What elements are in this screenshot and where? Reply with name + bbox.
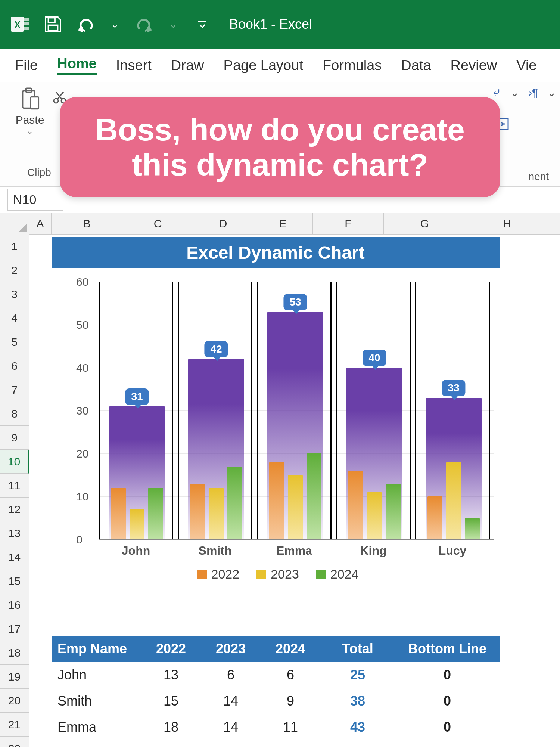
row-header[interactable]: 7 [0, 378, 29, 402]
year-bar [367, 492, 382, 540]
row-header[interactable]: 17 [0, 617, 29, 641]
tab-data[interactable]: Data [401, 58, 431, 74]
year-bars [348, 471, 401, 539]
redo-dropdown-icon: ⌄ [166, 17, 181, 32]
tab-formulas[interactable]: Formulas [323, 58, 382, 74]
col-header[interactable]: D [193, 213, 253, 235]
legend-swatch-2022 [197, 570, 207, 579]
row-header[interactable]: 5 [0, 330, 29, 354]
table-header: 2024 [261, 636, 320, 662]
alignment-group-label: nent [529, 171, 549, 183]
row-header[interactable]: 14 [0, 545, 29, 569]
app-title: Book1 - Excel [229, 16, 312, 32]
table-row[interactable]: Smith15149380 [52, 688, 500, 714]
row-header[interactable]: 20 [0, 689, 29, 713]
rtl-icon[interactable]: ›¶ [528, 86, 538, 99]
tab-insert[interactable]: Insert [116, 58, 152, 74]
chart-banner: Excel Dynamic Chart [52, 237, 500, 268]
row-header[interactable]: 11 [0, 474, 29, 498]
cell-bottom-line: 0 [395, 662, 500, 688]
x-axis-label: King [336, 544, 411, 558]
undo-icon[interactable] [75, 13, 97, 35]
name-box[interactable]: N10 [7, 189, 63, 211]
cell-emp-name: John [52, 662, 141, 688]
cell-2022: 13 [141, 662, 201, 688]
chevron-down-icon[interactable]: ⌄ [547, 86, 556, 99]
tab-home[interactable]: Home [57, 56, 97, 75]
table-header: 2023 [201, 636, 261, 662]
row-header[interactable]: 22 [0, 737, 29, 747]
data-callout: 40 [363, 350, 386, 366]
cell-2023: 14 [201, 688, 261, 714]
cell-emp-name: Smith [52, 688, 141, 714]
category-group: 33 [415, 282, 490, 539]
x-axis-label: Smith [178, 544, 252, 558]
tab-view-truncated[interactable]: Vie [516, 58, 536, 74]
table-row[interactable]: Emma181411430 [52, 714, 500, 740]
legend-swatch-2024 [316, 570, 326, 579]
col-header[interactable]: F [313, 213, 384, 235]
row-header[interactable]: 15 [0, 569, 29, 593]
chart-legend: 2022 2023 2024 [57, 567, 498, 582]
col-header[interactable]: C [122, 213, 193, 235]
row-header[interactable]: 12 [0, 498, 29, 521]
row-header[interactable]: 19 [0, 665, 29, 689]
legend-item: 2023 [256, 567, 299, 582]
col-header[interactable]: A [29, 213, 52, 235]
table-row[interactable]: John1366250 [52, 662, 500, 688]
row-header[interactable]: 10 [0, 450, 29, 474]
row-header[interactable]: 18 [0, 641, 29, 665]
col-header[interactable]: G [384, 213, 466, 235]
data-table: Emp Name 2022 2023 2024 Total Bottom Lin… [52, 636, 500, 740]
select-all-button[interactable] [0, 213, 29, 235]
undo-dropdown-icon[interactable]: ⌄ [108, 17, 122, 32]
cell-2024: 11 [261, 714, 320, 740]
qat-customize-icon[interactable] [195, 17, 210, 32]
column-headers: A B C D E F G H [0, 213, 560, 235]
x-axis-label: Emma [257, 544, 332, 558]
cell-2023: 14 [201, 714, 261, 740]
svg-text:X: X [14, 19, 21, 30]
row-header[interactable]: 16 [0, 593, 29, 617]
tab-page-layout[interactable]: Page Layout [224, 58, 303, 74]
save-icon[interactable] [42, 13, 64, 35]
caption-overlay: Boss, how do you create this dynamic cha… [60, 97, 500, 197]
chart-plot: 3142534033 [99, 282, 494, 540]
chevron-down-icon[interactable]: ⌄ [27, 126, 33, 136]
paste-button[interactable]: Paste ⌄ [11, 87, 49, 136]
chart-area: 0102030405060 3142534033 JohnSmithEmmaKi… [57, 276, 498, 556]
tab-draw[interactable]: Draw [171, 58, 204, 74]
legend-label: 2024 [330, 567, 359, 582]
col-header[interactable]: B [52, 213, 122, 235]
worksheet-grid: 12345678910111213141516171819202122 Exce… [0, 235, 560, 747]
year-bar [269, 462, 284, 539]
cell-total: 25 [320, 662, 395, 688]
row-header[interactable]: 8 [0, 402, 29, 426]
row-header[interactable]: 9 [0, 426, 29, 450]
wrap-text-icon[interactable]: ⤶ [492, 86, 501, 99]
row-header[interactable]: 1 [0, 235, 29, 258]
cell-2022: 18 [141, 714, 201, 740]
cell-total: 43 [320, 714, 395, 740]
col-header[interactable]: E [253, 213, 313, 235]
chevron-down-icon[interactable]: ⌄ [510, 86, 519, 99]
legend-label: 2023 [271, 567, 299, 582]
row-header[interactable]: 4 [0, 306, 29, 330]
row-header[interactable]: 13 [0, 521, 29, 545]
tab-file[interactable]: File [15, 58, 38, 74]
sheet-canvas[interactable]: Excel Dynamic Chart 0102030405060 314253… [29, 235, 560, 747]
tab-review[interactable]: Review [451, 58, 497, 74]
row-header[interactable]: 6 [0, 354, 29, 378]
col-header[interactable]: H [466, 213, 548, 235]
svg-rect-6 [49, 25, 58, 31]
category-group: 31 [99, 282, 173, 539]
legend-swatch-2023 [256, 570, 266, 579]
row-header[interactable]: 3 [0, 282, 29, 306]
cell-total: 38 [320, 688, 395, 714]
year-bar [386, 484, 401, 540]
row-header[interactable]: 21 [0, 713, 29, 737]
row-header[interactable]: 2 [0, 258, 29, 282]
ribbon-right-controls: ⤶ ⌄ ›¶ ⌄ [492, 86, 556, 133]
svg-rect-3 [23, 22, 30, 25]
data-callout: 53 [283, 294, 307, 310]
